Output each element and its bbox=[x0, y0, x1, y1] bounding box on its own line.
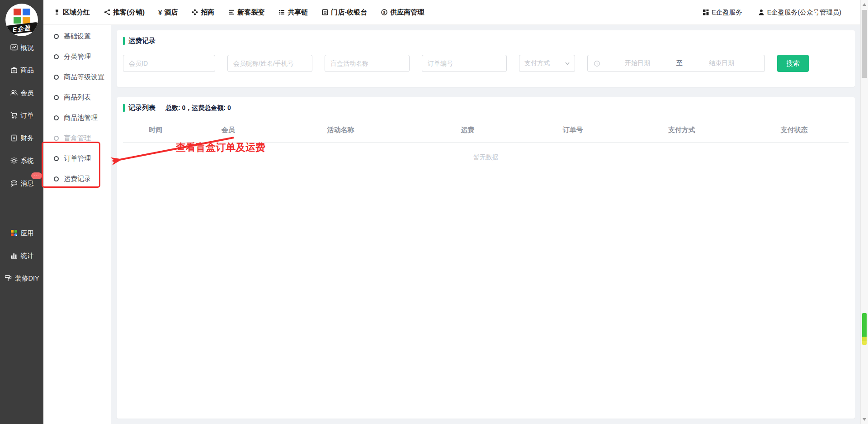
topnav-item-hotel[interactable]: ¥ 酒店 bbox=[158, 8, 178, 17]
topnav-item-region-dividend[interactable]: 区域分红 bbox=[53, 8, 90, 17]
records-title-wrap: 记录列表 bbox=[123, 104, 156, 112]
column-header-pay-status: 支付状态 bbox=[740, 126, 849, 134]
orders-icon bbox=[10, 111, 18, 119]
primary-nav: 概况 商品 会员 订单 ¥ 财务 系统 消息 ··· bbox=[0, 36, 43, 195]
freight-records-page: { "logo": { "text": "E企盈" }, "topnav": {… bbox=[0, 0, 868, 424]
sidebar-item-label: 订单 bbox=[21, 111, 34, 120]
order-no-input[interactable] bbox=[422, 55, 507, 72]
sidebar-item-label: 系统 bbox=[21, 157, 34, 165]
records-title: 记录列表 bbox=[128, 104, 156, 112]
member-info-input[interactable] bbox=[227, 55, 312, 72]
table-header-row: 时间 会员 活动名称 运费 订单号 支付方式 支付状态 bbox=[123, 126, 849, 143]
scrollbar-green-marker bbox=[862, 313, 867, 345]
column-header-activity: 活动名称 bbox=[268, 126, 413, 134]
column-header-pay-method: 支付方式 bbox=[623, 126, 740, 134]
goods-icon bbox=[10, 66, 18, 74]
submenu-item-label: 订单管理 bbox=[64, 154, 91, 163]
topnav-item-store-cashier[interactable]: 门店-收银台 bbox=[321, 8, 367, 17]
primary-sidebar: E企盈 概况 商品 会员 订单 ¥ 财务 系统 消息 ··· bbox=[0, 0, 43, 424]
lines-icon bbox=[228, 9, 235, 16]
records-summary: 总数: 0，运费总金额: 0 bbox=[165, 104, 231, 112]
submenu-item-freight-records[interactable]: 运费记录 bbox=[43, 169, 111, 189]
circle-icon bbox=[54, 34, 59, 39]
member-id-input[interactable] bbox=[123, 55, 215, 72]
main-content: 运费记录 支付方式 开始日期 至 结束日期 搜索 记录列表 bbox=[111, 25, 860, 424]
app-logo[interactable]: E企盈 bbox=[5, 4, 38, 36]
column-header-member: 会员 bbox=[188, 126, 268, 134]
top-bar: 区域分红 推客(分销) ¥ 酒店 招商 新客裂变 共享链 门店-收银台 S 供应… bbox=[43, 0, 860, 25]
sidebar-item-apps[interactable]: 应用 bbox=[0, 222, 43, 244]
sidebar-item-goods[interactable]: 商品 bbox=[0, 59, 43, 81]
scrollbar-thumb[interactable] bbox=[862, 10, 867, 78]
circle-icon bbox=[54, 115, 59, 120]
members-icon bbox=[10, 89, 18, 97]
message-badge: ··· bbox=[31, 172, 42, 179]
empty-state-text: 暂无数据 bbox=[123, 153, 849, 162]
filter-card: 运费记录 支付方式 开始日期 至 结束日期 搜索 bbox=[117, 30, 855, 87]
submenu-item-goods-level-settings[interactable]: 商品等级设置 bbox=[43, 67, 111, 87]
sidebar-item-system[interactable]: 系统 bbox=[0, 149, 43, 172]
module-nav: 区域分红 推客(分销) ¥ 酒店 招商 新客裂变 共享链 门店-收银台 S 供应… bbox=[53, 8, 424, 17]
sidebar-item-orders[interactable]: 订单 bbox=[0, 104, 43, 127]
service-entry[interactable]: E企盈服务 bbox=[702, 8, 742, 17]
stats-icon bbox=[10, 252, 18, 260]
date-separator: 至 bbox=[675, 59, 684, 67]
service-entry-label: E企盈服务 bbox=[712, 8, 742, 17]
search-button[interactable]: 搜索 bbox=[777, 55, 809, 72]
sidebar-item-label: 装修DIY bbox=[15, 274, 39, 283]
scrollbar[interactable] bbox=[860, 0, 868, 424]
topnav-item-label: 推客(分销) bbox=[113, 8, 145, 17]
sidebar-item-label: 会员 bbox=[21, 89, 34, 97]
column-header-time: 时间 bbox=[123, 126, 188, 134]
submenu-item-goods-pool[interactable]: 商品池管理 bbox=[43, 108, 111, 128]
submenu: 基础设置 分类管理 商品等级设置 商品列表 商品池管理 盲盒管理 订单管理 运费… bbox=[43, 25, 111, 424]
share-icon bbox=[104, 9, 111, 16]
topnav-item-share-chain[interactable]: 共享链 bbox=[278, 8, 308, 17]
sidebar-item-diy[interactable]: 装修DIY bbox=[0, 267, 43, 290]
topnav-item-label: 招商 bbox=[201, 8, 214, 17]
topnav-item-label: 新客裂变 bbox=[237, 8, 264, 17]
submenu-item-order-management[interactable]: 订单管理 bbox=[43, 148, 111, 169]
account-menu[interactable]: E企盈服务(公众号管理员) bbox=[758, 8, 841, 17]
submenu-item-label: 商品列表 bbox=[64, 93, 91, 102]
sidebar-item-label: 概况 bbox=[21, 43, 34, 52]
topnav-item-investment[interactable]: 招商 bbox=[191, 8, 214, 17]
circle-icon bbox=[54, 176, 59, 181]
page-title: 运费记录 bbox=[128, 37, 156, 45]
topnav-item-supplier[interactable]: S 供应商管理 bbox=[381, 8, 424, 17]
submenu-item-category-management[interactable]: 分类管理 bbox=[43, 47, 111, 67]
yen-icon: ¥ bbox=[158, 9, 162, 16]
submenu-item-label: 基础设置 bbox=[64, 32, 91, 41]
topnav-item-distribution[interactable]: 推客(分销) bbox=[104, 8, 145, 17]
sidebar-item-messages[interactable]: 消息 ··· bbox=[0, 172, 43, 195]
pay-method-placeholder: 支付方式 bbox=[524, 59, 550, 67]
scrollbar-up-arrow[interactable] bbox=[863, 3, 866, 6]
sidebar-item-stats[interactable]: 统计 bbox=[0, 244, 43, 267]
pay-method-select[interactable]: 支付方式 bbox=[519, 55, 575, 72]
grid-icon bbox=[702, 9, 709, 16]
activity-name-input[interactable] bbox=[325, 55, 410, 72]
date-end-placeholder: 结束日期 bbox=[684, 59, 759, 67]
submenu-item-label: 盲盒管理 bbox=[64, 134, 91, 143]
submenu-item-label: 分类管理 bbox=[64, 52, 91, 61]
submenu-item-label: 商品等级设置 bbox=[64, 73, 104, 81]
scrollbar-down-arrow[interactable] bbox=[863, 418, 866, 421]
submenu-item-goods-list[interactable]: 商品列表 bbox=[43, 87, 111, 108]
topnav-item-label: 门店-收银台 bbox=[331, 8, 367, 17]
sidebar-item-overview[interactable]: 概况 bbox=[0, 36, 43, 59]
trophy-icon bbox=[53, 9, 61, 16]
submenu-item-blindbox-management[interactable]: 盲盒管理 bbox=[43, 128, 111, 148]
date-range-picker[interactable]: 开始日期 至 结束日期 bbox=[587, 55, 765, 72]
circle-icon bbox=[54, 54, 59, 59]
store-icon bbox=[321, 9, 329, 16]
topnav-item-new-customer[interactable]: 新客裂变 bbox=[228, 8, 264, 17]
submenu-item-basic-settings[interactable]: 基础设置 bbox=[43, 26, 111, 47]
title-bar-icon bbox=[123, 37, 125, 45]
sidebar-item-label: 商品 bbox=[21, 66, 34, 75]
sidebar-item-finance[interactable]: ¥ 财务 bbox=[0, 127, 43, 149]
submenu-item-label: 运费记录 bbox=[64, 175, 91, 183]
user-icon bbox=[758, 9, 765, 16]
sidebar-item-members[interactable]: 会员 bbox=[0, 81, 43, 104]
topnav-item-label: 区域分红 bbox=[63, 8, 90, 17]
diy-icon bbox=[4, 274, 12, 282]
